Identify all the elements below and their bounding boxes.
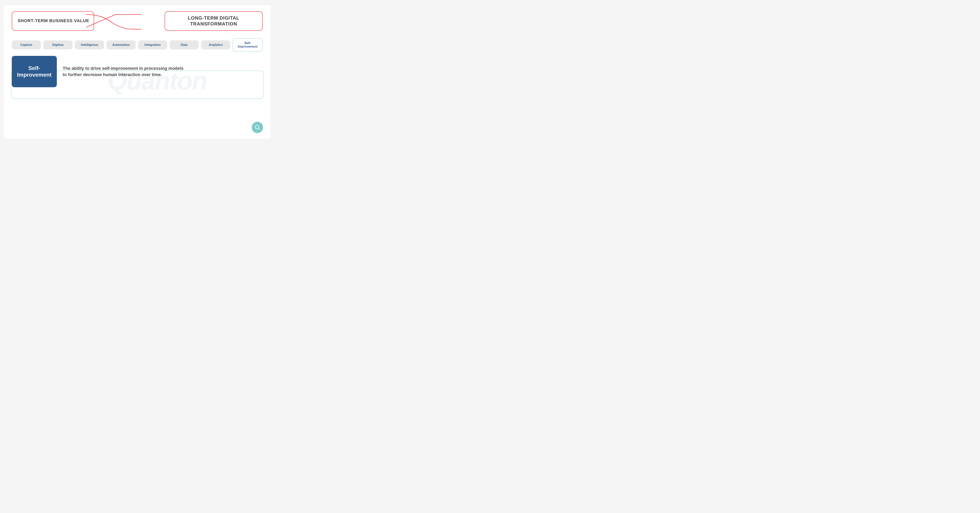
svg-line-1 xyxy=(258,128,260,130)
banner-right-text: LONG-TERM DIGITALTRANSFORMATION xyxy=(188,15,240,27)
slide-container: Quanton SHORT-TERM BUSINESS VALUE LONG-T… xyxy=(4,5,270,139)
bottom-section: Self-Improvement The ability to drive se… xyxy=(12,56,262,87)
selected-category-label: Self-Improvement xyxy=(17,65,51,78)
category-description: The ability to drive self-improvement in… xyxy=(63,56,188,87)
categories-row: Capture Digitise Intelligence Automation… xyxy=(12,38,262,51)
category-data[interactable]: Data xyxy=(170,40,199,49)
banners-row: SHORT-TERM BUSINESS VALUE LONG-TERM DIGI… xyxy=(12,11,262,33)
banner-connector-svg xyxy=(84,10,143,32)
logo-icon xyxy=(254,124,261,131)
category-analytics[interactable]: Analytics xyxy=(201,40,230,49)
selected-category-box: Self-Improvement xyxy=(12,56,57,87)
category-self-improvement[interactable]: Self-Improvement xyxy=(233,38,262,51)
categories-section: Capture Digitise Intelligence Automation… xyxy=(12,38,262,87)
banner-left: SHORT-TERM BUSINESS VALUE xyxy=(12,11,94,31)
category-digitise[interactable]: Digitise xyxy=(43,40,73,49)
banner-right: LONG-TERM DIGITALTRANSFORMATION xyxy=(165,11,262,31)
category-automation[interactable]: Automation xyxy=(107,40,136,49)
banner-left-text: SHORT-TERM BUSINESS VALUE xyxy=(18,18,89,23)
category-capture[interactable]: Capture xyxy=(12,40,41,49)
logo-circle xyxy=(252,122,263,133)
category-intelligence[interactable]: Intelligence xyxy=(75,40,104,49)
category-integration[interactable]: Integration xyxy=(138,40,167,49)
